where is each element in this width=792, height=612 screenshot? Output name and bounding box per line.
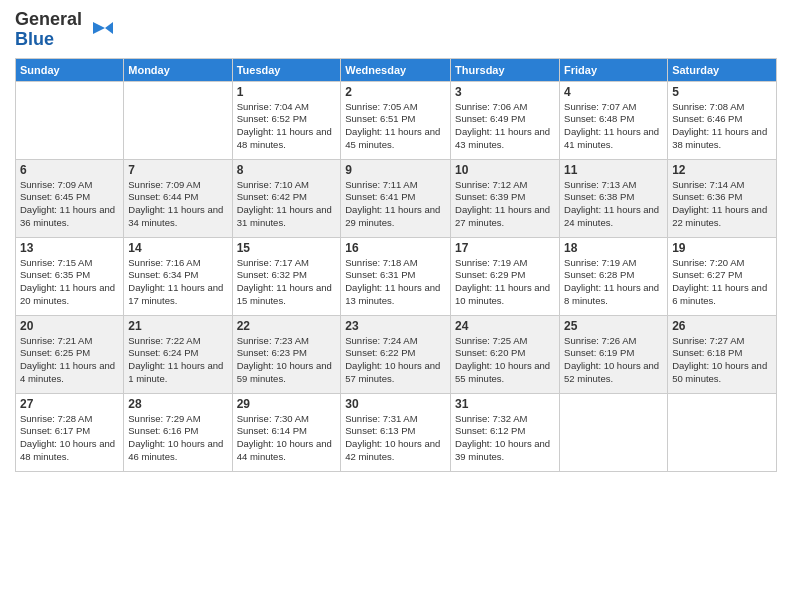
header-cell-thursday: Thursday [451,58,560,81]
day-cell: 8Sunrise: 7:10 AM Sunset: 6:42 PM Daylig… [232,159,341,237]
day-number: 24 [455,319,555,333]
header-cell-friday: Friday [560,58,668,81]
day-cell: 15Sunrise: 7:17 AM Sunset: 6:32 PM Dayli… [232,237,341,315]
day-cell: 23Sunrise: 7:24 AM Sunset: 6:22 PM Dayli… [341,315,451,393]
day-cell [560,393,668,471]
day-info: Sunrise: 7:21 AM Sunset: 6:25 PM Dayligh… [20,335,119,386]
day-number: 21 [128,319,227,333]
logo-blue-text: Blue [15,30,82,50]
day-number: 5 [672,85,772,99]
day-cell: 13Sunrise: 7:15 AM Sunset: 6:35 PM Dayli… [16,237,124,315]
day-number: 14 [128,241,227,255]
logo: General Blue [15,10,113,50]
day-info: Sunrise: 7:11 AM Sunset: 6:41 PM Dayligh… [345,179,446,230]
day-cell: 7Sunrise: 7:09 AM Sunset: 6:44 PM Daylig… [124,159,232,237]
day-info: Sunrise: 7:05 AM Sunset: 6:51 PM Dayligh… [345,101,446,152]
day-info: Sunrise: 7:20 AM Sunset: 6:27 PM Dayligh… [672,257,772,308]
day-cell: 19Sunrise: 7:20 AM Sunset: 6:27 PM Dayli… [668,237,777,315]
day-number: 1 [237,85,337,99]
day-cell: 27Sunrise: 7:28 AM Sunset: 6:17 PM Dayli… [16,393,124,471]
day-number: 26 [672,319,772,333]
day-cell: 17Sunrise: 7:19 AM Sunset: 6:29 PM Dayli… [451,237,560,315]
header-cell-saturday: Saturday [668,58,777,81]
day-info: Sunrise: 7:14 AM Sunset: 6:36 PM Dayligh… [672,179,772,230]
day-cell: 26Sunrise: 7:27 AM Sunset: 6:18 PM Dayli… [668,315,777,393]
day-number: 10 [455,163,555,177]
day-number: 12 [672,163,772,177]
day-cell [668,393,777,471]
day-cell: 10Sunrise: 7:12 AM Sunset: 6:39 PM Dayli… [451,159,560,237]
day-info: Sunrise: 7:26 AM Sunset: 6:19 PM Dayligh… [564,335,663,386]
day-info: Sunrise: 7:28 AM Sunset: 6:17 PM Dayligh… [20,413,119,464]
day-cell: 20Sunrise: 7:21 AM Sunset: 6:25 PM Dayli… [16,315,124,393]
day-cell: 6Sunrise: 7:09 AM Sunset: 6:45 PM Daylig… [16,159,124,237]
day-info: Sunrise: 7:13 AM Sunset: 6:38 PM Dayligh… [564,179,663,230]
day-number: 2 [345,85,446,99]
day-info: Sunrise: 7:12 AM Sunset: 6:39 PM Dayligh… [455,179,555,230]
day-info: Sunrise: 7:09 AM Sunset: 6:44 PM Dayligh… [128,179,227,230]
day-cell: 18Sunrise: 7:19 AM Sunset: 6:28 PM Dayli… [560,237,668,315]
header: General Blue [15,10,777,50]
day-info: Sunrise: 7:32 AM Sunset: 6:12 PM Dayligh… [455,413,555,464]
day-number: 31 [455,397,555,411]
week-row-3: 13Sunrise: 7:15 AM Sunset: 6:35 PM Dayli… [16,237,777,315]
logo-general-text: General [15,10,82,30]
header-cell-monday: Monday [124,58,232,81]
page: General Blue SundayMondayTuesdayWednesda… [0,0,792,612]
day-number: 9 [345,163,446,177]
day-number: 28 [128,397,227,411]
day-cell: 4Sunrise: 7:07 AM Sunset: 6:48 PM Daylig… [560,81,668,159]
day-number: 17 [455,241,555,255]
day-info: Sunrise: 7:19 AM Sunset: 6:29 PM Dayligh… [455,257,555,308]
day-cell: 24Sunrise: 7:25 AM Sunset: 6:20 PM Dayli… [451,315,560,393]
day-info: Sunrise: 7:27 AM Sunset: 6:18 PM Dayligh… [672,335,772,386]
day-cell: 21Sunrise: 7:22 AM Sunset: 6:24 PM Dayli… [124,315,232,393]
week-row-2: 6Sunrise: 7:09 AM Sunset: 6:45 PM Daylig… [16,159,777,237]
day-number: 29 [237,397,337,411]
day-info: Sunrise: 7:31 AM Sunset: 6:13 PM Dayligh… [345,413,446,464]
day-cell: 22Sunrise: 7:23 AM Sunset: 6:23 PM Dayli… [232,315,341,393]
day-info: Sunrise: 7:15 AM Sunset: 6:35 PM Dayligh… [20,257,119,308]
day-cell: 31Sunrise: 7:32 AM Sunset: 6:12 PM Dayli… [451,393,560,471]
day-number: 7 [128,163,227,177]
week-row-1: 1Sunrise: 7:04 AM Sunset: 6:52 PM Daylig… [16,81,777,159]
day-info: Sunrise: 7:07 AM Sunset: 6:48 PM Dayligh… [564,101,663,152]
day-number: 22 [237,319,337,333]
day-number: 11 [564,163,663,177]
day-number: 3 [455,85,555,99]
logo-icon [85,14,113,42]
week-row-5: 27Sunrise: 7:28 AM Sunset: 6:17 PM Dayli… [16,393,777,471]
day-number: 20 [20,319,119,333]
day-info: Sunrise: 7:18 AM Sunset: 6:31 PM Dayligh… [345,257,446,308]
day-info: Sunrise: 7:29 AM Sunset: 6:16 PM Dayligh… [128,413,227,464]
day-number: 23 [345,319,446,333]
day-info: Sunrise: 7:25 AM Sunset: 6:20 PM Dayligh… [455,335,555,386]
header-cell-sunday: Sunday [16,58,124,81]
day-cell: 29Sunrise: 7:30 AM Sunset: 6:14 PM Dayli… [232,393,341,471]
day-info: Sunrise: 7:09 AM Sunset: 6:45 PM Dayligh… [20,179,119,230]
week-row-4: 20Sunrise: 7:21 AM Sunset: 6:25 PM Dayli… [16,315,777,393]
day-info: Sunrise: 7:17 AM Sunset: 6:32 PM Dayligh… [237,257,337,308]
day-info: Sunrise: 7:06 AM Sunset: 6:49 PM Dayligh… [455,101,555,152]
day-info: Sunrise: 7:30 AM Sunset: 6:14 PM Dayligh… [237,413,337,464]
day-number: 30 [345,397,446,411]
day-number: 16 [345,241,446,255]
header-cell-wednesday: Wednesday [341,58,451,81]
day-cell [16,81,124,159]
day-info: Sunrise: 7:04 AM Sunset: 6:52 PM Dayligh… [237,101,337,152]
day-cell: 25Sunrise: 7:26 AM Sunset: 6:19 PM Dayli… [560,315,668,393]
day-info: Sunrise: 7:24 AM Sunset: 6:22 PM Dayligh… [345,335,446,386]
day-number: 27 [20,397,119,411]
day-number: 8 [237,163,337,177]
header-cell-tuesday: Tuesday [232,58,341,81]
day-cell: 14Sunrise: 7:16 AM Sunset: 6:34 PM Dayli… [124,237,232,315]
day-number: 18 [564,241,663,255]
day-cell: 12Sunrise: 7:14 AM Sunset: 6:36 PM Dayli… [668,159,777,237]
day-cell [124,81,232,159]
day-cell: 30Sunrise: 7:31 AM Sunset: 6:13 PM Dayli… [341,393,451,471]
day-cell: 11Sunrise: 7:13 AM Sunset: 6:38 PM Dayli… [560,159,668,237]
day-info: Sunrise: 7:08 AM Sunset: 6:46 PM Dayligh… [672,101,772,152]
day-info: Sunrise: 7:19 AM Sunset: 6:28 PM Dayligh… [564,257,663,308]
day-info: Sunrise: 7:10 AM Sunset: 6:42 PM Dayligh… [237,179,337,230]
day-info: Sunrise: 7:23 AM Sunset: 6:23 PM Dayligh… [237,335,337,386]
